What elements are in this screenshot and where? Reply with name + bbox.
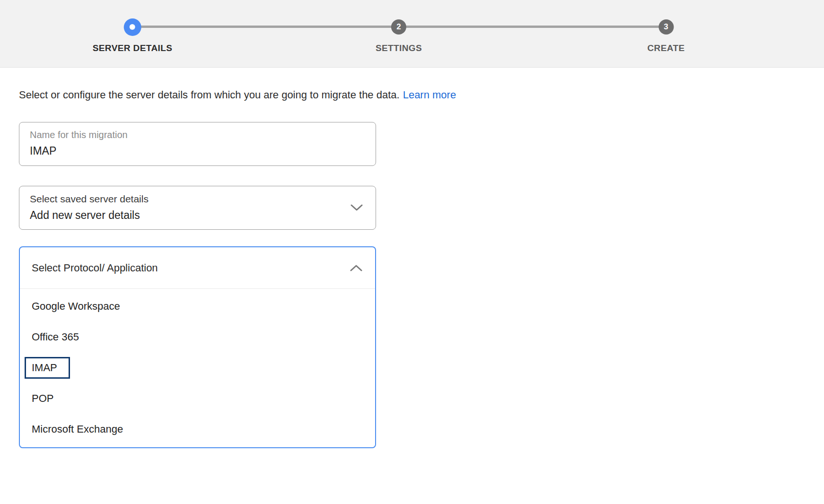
step-settings[interactable]: 2 SETTINGS: [376, 18, 422, 53]
protocol-dropdown-label: Select Protocol/ Application: [32, 262, 158, 274]
intro-text: Select or configure the server details f…: [19, 89, 824, 101]
option-pop[interactable]: POP: [20, 383, 375, 414]
migration-name-label: Name for this migration: [30, 129, 365, 140]
chevron-up-icon: [350, 264, 363, 272]
active-step-dot-icon: [130, 24, 135, 30]
saved-server-select[interactable]: Select saved server details Add new serv…: [19, 186, 376, 230]
protocol-dropdown-header[interactable]: Select Protocol/ Application: [20, 247, 375, 289]
option-microsoft-exchange[interactable]: Microsoft Exchange: [20, 414, 375, 444]
option-imap-focus-outline: IMAP: [25, 357, 70, 379]
step-2-indicator: 2: [390, 18, 408, 36]
learn-more-link[interactable]: Learn more: [403, 89, 456, 101]
chevron-down-icon: [350, 204, 363, 212]
migration-name-value: IMAP: [30, 145, 365, 158]
step-3-label: CREATE: [647, 43, 684, 53]
wizard-stepper: SERVER DETAILS 2 SETTINGS 3 CREATE: [0, 0, 824, 68]
step-create[interactable]: 3 CREATE: [647, 18, 684, 53]
active-step-circle-icon: [123, 18, 141, 36]
step-2-number-badge: 2: [391, 19, 406, 35]
saved-server-value: Add new server details: [30, 209, 365, 222]
protocol-dropdown: Select Protocol/ Application Google Work…: [19, 246, 376, 448]
option-google-workspace[interactable]: Google Workspace: [20, 291, 375, 322]
step-3-number-badge: 3: [658, 19, 674, 35]
step-1-active-indicator: [123, 18, 141, 36]
saved-server-label: Select saved server details: [30, 193, 365, 205]
step-2-label: SETTINGS: [376, 43, 422, 53]
step-3-indicator: 3: [657, 18, 675, 36]
step-1-label: SERVER DETAILS: [93, 43, 173, 53]
server-details-panel: Select or configure the server details f…: [0, 89, 824, 448]
step-server-details[interactable]: SERVER DETAILS: [93, 18, 173, 53]
intro-sentence: Select or configure the server details f…: [19, 89, 400, 101]
option-office-365[interactable]: Office 365: [20, 322, 375, 352]
option-imap[interactable]: IMAP: [20, 352, 375, 383]
migration-name-field[interactable]: Name for this migration IMAP: [19, 122, 376, 166]
protocol-options-list: Google Workspace Office 365 IMAP POP Mic…: [20, 289, 375, 447]
